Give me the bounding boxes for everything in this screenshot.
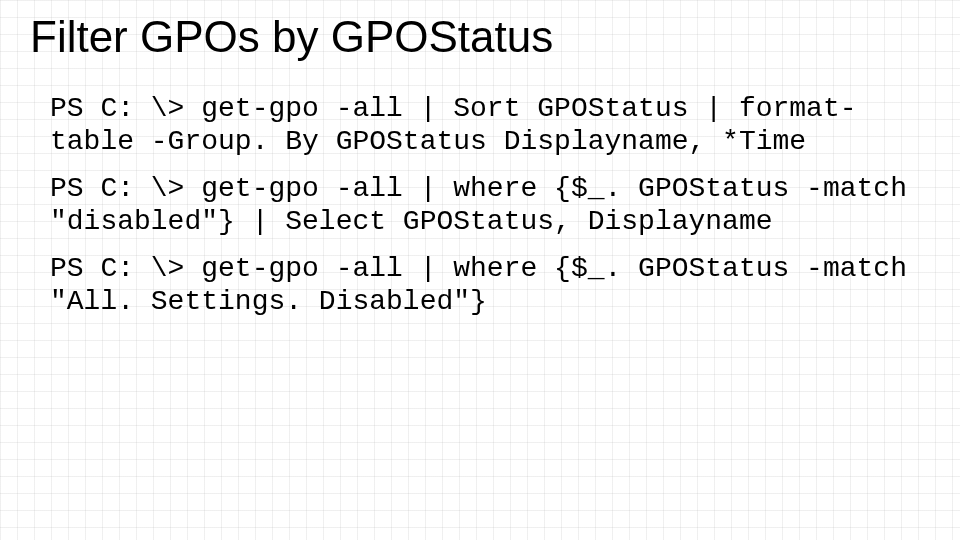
code-line-2: PS C: \> get-gpo -all | where {$_. GPOSt…	[50, 172, 930, 238]
slide-content: PS C: \> get-gpo -all | Sort GPOStatus |…	[30, 92, 932, 318]
code-line-3: PS C: \> get-gpo -all | where {$_. GPOSt…	[50, 252, 930, 318]
slide: Filter GPOs by GPOStatus PS C: \> get-gp…	[0, 0, 960, 540]
code-line-1: PS C: \> get-gpo -all | Sort GPOStatus |…	[50, 92, 930, 158]
slide-title: Filter GPOs by GPOStatus	[30, 12, 932, 62]
